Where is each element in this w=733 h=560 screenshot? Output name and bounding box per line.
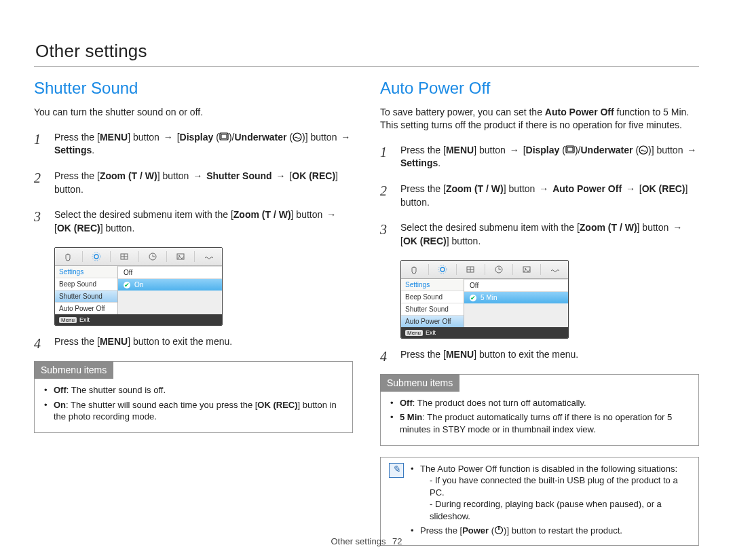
shutter-sound-steps: Press the [MENU] button → [Display ()/Un… [34,131,353,349]
step: Select the desired submenu item with the… [380,221,699,248]
shutter-sound-intro: You can turn the shutter sound on or off… [34,106,353,119]
note-icon: ✎ [389,463,404,478]
underwater-icon [293,132,302,142]
auto-power-off-intro: To save battery power, you can set the A… [380,106,699,132]
power-icon [494,525,504,535]
mock-tab [167,251,195,262]
mock-tab [83,251,111,262]
step: Press the [MENU] button → [Display ()/Un… [380,144,699,170]
submenu-item: 5 Min: The product automatically turns o… [390,411,689,435]
underwater-icon [639,145,648,155]
display-icon [219,132,229,142]
mock-option: 5 Min [464,291,568,303]
display-icon [565,145,575,155]
step: Press the [MENU] button → [Display ()/Un… [34,131,353,157]
step: Select the desired submenu item with the… [34,208,353,235]
mock-tab [139,251,167,262]
auto-power-off-note: ✎ The Auto Power Off function is disable… [380,457,699,546]
left-column: Shutter Sound You can turn the shutter s… [34,79,353,546]
note-item-2: Press the [Power ()] button to restart t… [411,525,690,537]
submenu-item: On: The shutter will sound each time you… [44,399,343,423]
auto-power-off-steps: Press the [MENU] button → [Display ()/Un… [380,144,699,362]
mock-tab [457,264,485,275]
submenu-list: Off: The product does not turn off autom… [390,397,689,436]
mock-option: Off [118,266,222,278]
mock-tab [429,264,457,275]
mock-tab [541,264,568,275]
mock-tab [111,251,138,262]
step: Press the [Zoom (T / W)] button → Auto P… [380,183,699,209]
mock-settings-header: Settings [55,266,117,278]
step: Press the [Zoom (T / W)] button → Shutte… [34,170,353,196]
section-shutter-sound-title: Shutter Sound [34,79,353,98]
settings-screenshot: SettingsBeep SoundShutter SoundAuto Powe… [54,247,223,326]
mock-option: On [118,278,222,291]
mock-row: Auto Power Off [401,315,464,327]
submenu-list: Off: The shutter sound is off.On: The sh… [44,384,343,423]
mock-row: Shutter Sound [55,290,117,302]
mock-tab [401,264,429,275]
mock-tab [55,251,83,262]
step: Press the [MENU] button to exit the menu… [34,335,353,349]
submenu-title: Submenu items [380,374,459,392]
title-rule [34,66,699,67]
section-auto-power-off-title: Auto Power Off [380,79,699,98]
mock-row: Beep Sound [55,278,117,290]
settings-screenshot: SettingsBeep SoundShutter SoundAuto Powe… [400,260,569,339]
mock-tab [195,251,222,262]
page-title: Other settings [35,41,699,62]
mock-option: Off [464,279,568,291]
page-number: 72 [392,536,402,546]
note-item-1: The Auto Power Off function is disabled … [411,463,690,523]
mock-tab [485,264,513,275]
submenu-item: Off: The product does not turn off autom… [390,397,689,409]
auto-power-off-submenu-box: Submenu items Off: The product does not … [380,374,699,446]
submenu-title: Submenu items [34,361,113,379]
step: Press the [MENU] button to exit the menu… [380,348,699,362]
mock-exit-bar: MenuExit [401,327,568,338]
right-column: Auto Power Off To save battery power, yo… [380,79,699,546]
mock-exit-bar: MenuExit [55,314,222,325]
mock-settings-header: Settings [401,279,464,291]
mock-row: Shutter Sound [401,303,464,315]
mock-tab [513,264,541,275]
shutter-sound-submenu-box: Submenu items Off: The shutter sound is … [34,361,353,433]
submenu-item: Off: The shutter sound is off. [44,384,343,396]
mock-row: Auto Power Off [55,302,117,314]
mock-row: Beep Sound [401,291,464,303]
page-footer: Other settings 72 [0,536,733,546]
